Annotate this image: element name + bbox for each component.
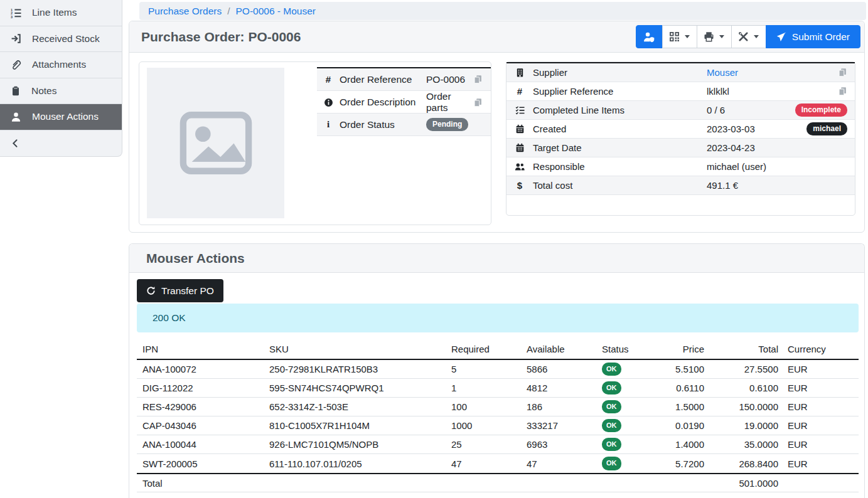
users-icon <box>506 162 533 172</box>
table-row: # Order Reference PO-0006 <box>317 68 491 91</box>
available-cell: 5866 <box>521 364 596 374</box>
detail-value: michael (user) <box>707 161 847 172</box>
tools-icon <box>738 31 749 42</box>
ipn-cell: ANA-100072 <box>137 364 264 374</box>
sidebar-item-attachments[interactable]: Attachments <box>0 52 122 78</box>
currency-cell: EUR <box>784 439 859 450</box>
dollar-icon: $ <box>506 180 533 191</box>
submit-order-button[interactable]: Submit Order <box>766 25 860 48</box>
table-row: DIG-112022 595-SN74HCS74QPWRQ1 1 4812 OK… <box>137 379 859 398</box>
currency-cell: EUR <box>784 364 859 374</box>
table-row: i Order Status Pending <box>317 114 491 136</box>
price-cell: 0.0190 <box>658 420 710 431</box>
column-header: Status <box>596 344 658 354</box>
supplier-details-card: Supplier Mouser # Supplier Reference lkl… <box>506 61 855 216</box>
calendar-icon <box>506 143 533 152</box>
ipn-cell: CAP-043046 <box>137 420 264 431</box>
copy-icon <box>473 75 483 84</box>
sidebar-item-received-stock[interactable]: Received Stock <box>0 26 122 53</box>
sidebar: Line Items Received Stock Attachments No… <box>0 0 122 157</box>
footer-total: 501.0000 <box>710 478 784 489</box>
column-header: SKU <box>264 344 446 354</box>
purchase-order-panel-header: Purchase Order: PO-0006 Submit Order <box>129 21 864 53</box>
order-actions-menu-button[interactable] <box>731 25 766 48</box>
sidebar-item-label: Notes <box>31 85 57 97</box>
image-placeholder-icon <box>179 110 253 176</box>
detail-label: Completed Line Items <box>533 105 707 115</box>
page-title: Purchase Order: PO-0006 <box>141 29 301 45</box>
sidebar-item-label: Mouser Actions <box>32 111 99 122</box>
sidebar-collapse-button[interactable] <box>0 130 122 157</box>
table-row: Target Date 2023-04-23 <box>506 139 855 157</box>
breadcrumb-link-purchase-orders[interactable]: Purchase Orders <box>148 6 222 17</box>
list-check-icon <box>506 105 533 115</box>
table-row: Supplier Mouser <box>506 63 855 82</box>
sidebar-item-notes[interactable]: Notes <box>0 78 122 105</box>
calendar-icon <box>506 124 533 134</box>
sidebar-item-line-items[interactable]: Line Items <box>0 0 122 26</box>
sidebar-item-label: Attachments <box>32 59 86 70</box>
copy-icon <box>838 87 847 96</box>
info-icon: i <box>317 119 340 130</box>
detail-label: Total cost <box>533 180 707 191</box>
table-row: Responsible michael (user) <box>506 157 855 176</box>
user-icon <box>11 112 21 122</box>
printer-icon <box>704 31 714 42</box>
available-cell: 333217 <box>521 420 596 431</box>
detail-label: Order Status <box>340 119 426 130</box>
admin-button[interactable] <box>636 25 663 48</box>
total-cell: 150.0000 <box>710 401 784 412</box>
required-cell: 47 <box>446 458 521 469</box>
sign-in-icon <box>11 33 21 44</box>
barcode-menu-button[interactable] <box>662 25 697 48</box>
transfer-po-button[interactable]: Transfer PO <box>137 279 223 302</box>
price-cell: 5.7200 <box>658 458 710 469</box>
table-row: # Supplier Reference lklklkl <box>506 82 855 101</box>
building-icon <box>506 68 533 77</box>
detail-label: Supplier <box>533 67 707 78</box>
column-header: Price <box>658 344 710 354</box>
detail-label: Target Date <box>533 142 707 153</box>
hash-icon: # <box>317 74 340 85</box>
ipn-cell: SWT-200005 <box>137 458 264 469</box>
copy-button[interactable] <box>473 98 491 107</box>
breadcrumb-link-current[interactable]: PO-0006 - Mouser <box>235 6 316 17</box>
table-row: $ Total cost 491.1 € <box>506 176 855 195</box>
price-cell: 1.5000 <box>658 401 710 412</box>
table-footer-row: Total 501.0000 <box>137 473 859 492</box>
available-cell: 6963 <box>521 439 596 450</box>
table-row: Created 2023-03-03 michael <box>506 120 855 139</box>
sidebar-item-mouser-actions[interactable]: Mouser Actions <box>0 104 122 130</box>
user-badge: michael <box>806 122 847 135</box>
mouser-actions-panel: Mouser Actions Transfer PO 200 OK IPN SK… <box>129 243 865 498</box>
incomplete-badge: Incomplete <box>795 103 847 116</box>
purchase-order-panel: Purchase Order: PO-0006 Submit Order <box>129 21 865 233</box>
total-cell: 268.8400 <box>710 458 784 469</box>
ok-badge: OK <box>602 419 621 432</box>
order-toolbar: Submit Order <box>636 25 860 48</box>
ok-badge: OK <box>602 400 621 413</box>
qrcode-icon <box>669 31 680 42</box>
chevron-left-icon <box>11 139 20 148</box>
copy-button[interactable] <box>838 68 847 77</box>
ordered-list-icon <box>11 8 21 18</box>
price-cell: 5.5100 <box>658 364 710 374</box>
column-header: Required <box>446 344 521 354</box>
copy-button[interactable] <box>473 75 491 84</box>
detail-value: Order parts <box>426 91 473 114</box>
copy-button[interactable] <box>838 87 847 96</box>
ipn-cell: RES-429006 <box>137 401 264 412</box>
print-menu-button[interactable] <box>697 25 732 48</box>
table-header-row: IPN SKU Required Available Status Price … <box>137 339 859 360</box>
supplier-link[interactable]: Mouser <box>707 67 838 78</box>
table-row: SWT-200005 611-110.107.011/0205 47 47 OK… <box>137 454 859 473</box>
available-cell: 186 <box>521 401 596 412</box>
sidebar-item-label: Line Items <box>32 7 77 18</box>
status-badge: Pending <box>426 118 468 130</box>
column-header: Currency <box>784 344 859 354</box>
sku-cell: 926-LMC7101QM5/NOPB <box>264 439 446 450</box>
order-details-table: # Order Reference PO-0006 Order Descript… <box>317 67 491 136</box>
detail-label: Order Description <box>340 97 426 108</box>
total-cell: 19.0000 <box>710 420 784 431</box>
table-row: RES-429006 652-3314Z-1-503E 100 186 OK 1… <box>137 398 859 416</box>
